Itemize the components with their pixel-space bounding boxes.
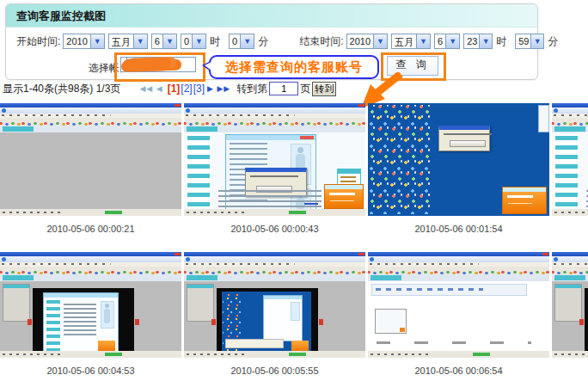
start-time-label: 开始时间: bbox=[16, 34, 60, 49]
chevron-down-icon: ▼ bbox=[133, 34, 147, 48]
page-link-3[interactable]: [3] bbox=[193, 83, 205, 95]
result-summary: 显示1-40条(共98条) 1/3页 bbox=[3, 82, 120, 96]
screenshot-cell: 2010-05-06 00:05:55 bbox=[184, 252, 365, 376]
screenshot-thumbnail[interactable] bbox=[184, 103, 365, 216]
screenshot-thumbnail[interactable] bbox=[552, 103, 588, 216]
end-month-select[interactable]: 五月▼ bbox=[391, 34, 431, 49]
query-form: 开始时间: 2010▼ 五月▼ 6▼ 0▼ 时 0▼ 分 结束时间: 2010▼… bbox=[6, 28, 537, 79]
next-page-icon[interactable]: ▶ bbox=[207, 84, 214, 93]
goto-button[interactable]: 转到 bbox=[312, 82, 336, 96]
chevron-down-icon: ▼ bbox=[530, 34, 543, 48]
end-hour-select[interactable]: 23▼ bbox=[463, 34, 493, 49]
screenshot-query-page: { "colors": { "annotation_orange": "#f08… bbox=[0, 0, 588, 381]
screenshot-timestamp: 2010-05-06 00:06:54 bbox=[368, 366, 549, 376]
start-month-select[interactable]: 五月▼ bbox=[108, 34, 148, 49]
chevron-down-icon: ▼ bbox=[373, 34, 387, 48]
start-hour-select[interactable]: 0▼ bbox=[181, 34, 206, 49]
screenshot-thumbnail[interactable] bbox=[0, 252, 181, 358]
panel-title: 查询客服监控截图 bbox=[6, 4, 537, 28]
chevron-down-icon: ▼ bbox=[192, 34, 205, 48]
hour-suffix-label: 时 bbox=[210, 34, 220, 49]
end-time-label: 结束时间: bbox=[299, 34, 343, 49]
screenshot-cell: 2010-05-06 00:01:54 bbox=[368, 103, 549, 234]
screenshot-timestamp: 2010-05-06 00:00:43 bbox=[184, 224, 365, 234]
goto-prefix-label: 转到第 bbox=[236, 82, 267, 96]
chevron-down-icon: ▼ bbox=[240, 34, 254, 48]
account-select[interactable]: ▼ bbox=[120, 57, 196, 72]
first-page-icon[interactable]: ◀◀ bbox=[139, 84, 153, 93]
chevron-down-icon: ▼ bbox=[90, 34, 104, 48]
chevron-down-icon: ▼ bbox=[479, 34, 492, 48]
chevron-down-icon: ▼ bbox=[162, 34, 176, 48]
screenshot-cell: 2010-05-06 00:00:43 bbox=[184, 103, 365, 234]
screenshot-thumbnail[interactable] bbox=[368, 252, 549, 358]
chevron-down-icon: ▼ bbox=[445, 34, 459, 48]
prev-page-icon[interactable]: ◀ bbox=[156, 84, 163, 93]
start-year-select[interactable]: 2010▼ bbox=[63, 34, 104, 49]
end-day-select[interactable]: 6▼ bbox=[434, 34, 460, 49]
screenshot-timestamp: 2010-05-06 00:01:54 bbox=[368, 224, 549, 234]
start-minute-select[interactable]: 0▼ bbox=[229, 34, 254, 49]
screenshot-timestamp: 2010-05-06 00:05:55 bbox=[184, 366, 365, 376]
page-link-1[interactable]: [1] bbox=[168, 83, 181, 95]
start-day-select[interactable]: 6▼ bbox=[151, 34, 177, 49]
screenshot-thumbnail[interactable] bbox=[368, 103, 549, 216]
hour-suffix-label: 时 bbox=[496, 34, 506, 49]
screenshot-cell: 2010-05-06 00:04:53 bbox=[0, 252, 181, 376]
screenshot-thumbnail[interactable] bbox=[0, 103, 181, 216]
bubble-tail-icon bbox=[202, 61, 211, 71]
screenshot-cell: 2010-05-06 00:00:21 bbox=[0, 103, 181, 234]
end-minute-select[interactable]: 59▼ bbox=[515, 34, 544, 49]
thumbnail-row-1: 2010-05-06 00:00:21 2010-05-06 00:00:43 bbox=[0, 103, 588, 234]
screenshot-cell: 2010-05-06 00:06:54 bbox=[368, 252, 549, 376]
pagination-bar: 显示1-40条(共98条) 1/3页 ◀◀ ◀ [1] [2] [3] ▶ ▶▶… bbox=[3, 80, 585, 97]
screenshot-cell bbox=[552, 103, 588, 234]
minute-suffix-label: 分 bbox=[258, 34, 268, 49]
end-year-select[interactable]: 2010▼ bbox=[346, 34, 388, 49]
chevron-down-icon: ▼ bbox=[416, 34, 430, 48]
redacted-account-scribble bbox=[123, 58, 126, 71]
time-range-row: 开始时间: 2010▼ 五月▼ 6▼ 0▼ 时 0▼ 分 结束时间: 2010▼… bbox=[16, 34, 534, 49]
screenshot-cell bbox=[552, 252, 588, 376]
account-row: 选择帐户: ▼ 选择需查询的客服账号 查 询 bbox=[6, 55, 537, 79]
page-link-2[interactable]: [2] bbox=[181, 83, 192, 95]
screenshot-thumbnail[interactable] bbox=[184, 252, 365, 358]
last-page-icon[interactable]: ▶▶ bbox=[217, 84, 230, 93]
annotation-bubble: 选择需查询的客服账号 bbox=[209, 55, 379, 79]
screenshot-timestamp: 2010-05-06 00:00:21 bbox=[0, 224, 181, 234]
screenshot-thumbnail[interactable] bbox=[552, 252, 588, 358]
minute-suffix-label: 分 bbox=[548, 34, 558, 49]
thumbnail-row-2: 2010-05-06 00:04:53 2010-05-06 00:05:55 bbox=[0, 252, 588, 376]
screenshot-timestamp: 2010-05-06 00:04:53 bbox=[0, 366, 181, 376]
query-panel: 查询客服监控截图 开始时间: 2010▼ 五月▼ 6▼ 0▼ 时 0▼ 分 结束… bbox=[5, 3, 538, 80]
goto-suffix-label: 页 bbox=[300, 82, 310, 96]
page-number-input[interactable] bbox=[269, 82, 298, 95]
